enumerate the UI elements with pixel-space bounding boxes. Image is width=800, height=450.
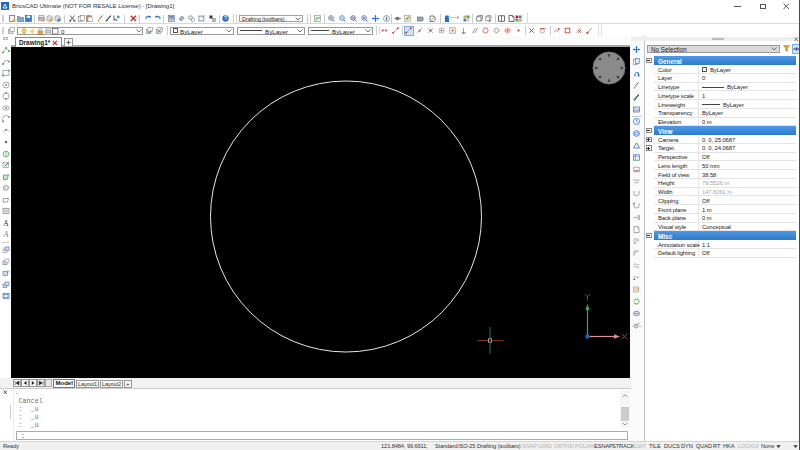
svg-text:A: A	[3, 219, 9, 227]
svg-text:A: A	[2, 230, 8, 238]
svg-text:?: ?	[224, 15, 227, 21]
